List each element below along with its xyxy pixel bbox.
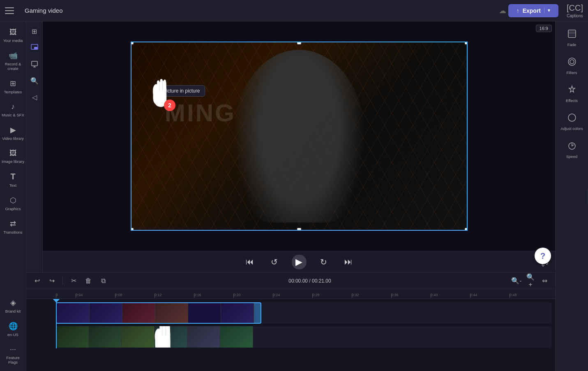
resize-handle-tr[interactable] <box>465 42 468 44</box>
brand-kit-icon: ◈ <box>10 298 16 307</box>
topbar: Gaming video ☁ ↑ Export ▾ [CC] Captions <box>0 0 588 21</box>
sidebar-item-brand-kit[interactable]: ◈ Brand kit <box>0 295 26 317</box>
sidebar-item-en-us[interactable]: 🌐 en-US <box>0 318 26 340</box>
timeline-ruler: 0 0:04 0:08 0:12 <box>26 289 555 299</box>
feature-flags-icon: ··· <box>10 345 16 354</box>
center-area: ⊞ 🔍 ◁ <box>26 21 555 371</box>
sidebar-item-text[interactable]: T Text <box>0 169 26 191</box>
sidebar-item-label-video-library: Video library <box>2 136 24 141</box>
right-item-filters[interactable]: Filters <box>556 53 588 79</box>
zoom-tool[interactable]: 🔍 <box>28 74 41 87</box>
filters-icon <box>567 57 577 69</box>
clip-thumb-2-2 <box>89 326 122 348</box>
right-item-fade[interactable]: Fade <box>556 25 588 51</box>
resize-handle-bl[interactable] <box>131 228 134 231</box>
pip-tool[interactable] <box>28 41 41 54</box>
resize-handle-bm[interactable] <box>297 228 301 231</box>
redo-button[interactable]: ↪ <box>46 275 58 287</box>
help-chevron-icon[interactable]: ⌄ <box>535 260 551 268</box>
video-frame[interactable]: MING <box>131 42 468 231</box>
sidebar-item-image-library[interactable]: 🖼 Image library <box>0 146 26 167</box>
toolbar-divider-1 <box>62 277 63 285</box>
export-button[interactable]: ↑ Export ▾ <box>508 4 558 17</box>
clip-thumb-2-5 <box>187 326 220 348</box>
record-create-icon: 📹 <box>9 51 18 60</box>
time-separator: / <box>309 278 312 284</box>
graphics-icon: ⬡ <box>10 196 16 205</box>
play-button[interactable]: ▶ <box>292 255 307 269</box>
clip-thumb-1-4 <box>155 303 188 323</box>
fit-timeline-button[interactable]: ⇔ <box>539 275 550 287</box>
right-item-speed[interactable]: Speed <box>556 137 588 163</box>
effects-label: Effects <box>566 98 578 103</box>
figure-silhouette <box>233 50 365 223</box>
sidebar-item-graphics[interactable]: ⬡ Graphics <box>0 192 26 214</box>
sidebar-item-label-music-sfx: Music & SFX <box>2 113 24 117</box>
left-sidebar: 🖼 Your media 📹 Record & create ⊞ Templat… <box>0 21 26 371</box>
fast-forward-button[interactable]: ↻ <box>316 255 331 269</box>
transitions-icon: ⇄ <box>10 219 16 228</box>
crop-tool[interactable]: ⊞ <box>28 25 41 38</box>
pip-tooltip: Picture in picture <box>158 85 205 97</box>
video-clip-1[interactable] <box>56 302 261 324</box>
skip-start-button[interactable]: ⏮ <box>242 255 257 269</box>
sidebar-item-label-record-create: Record & create <box>2 62 24 71</box>
your-media-icon: 🖼 <box>9 28 17 37</box>
captions-button[interactable]: [CC] Captions <box>567 3 583 18</box>
zoom-out-button[interactable]: 🔍- <box>511 275 522 287</box>
right-item-adjust-colors[interactable]: Adjust colors <box>556 109 588 135</box>
export-chevron-icon[interactable]: ▾ <box>544 8 550 13</box>
flag-tool[interactable]: ◁ <box>28 90 41 104</box>
sidebar-item-your-media[interactable]: 🖼 Your media <box>0 25 26 46</box>
rewind-button[interactable]: ↺ <box>267 255 282 269</box>
image-library-icon: 🖼 <box>9 149 17 158</box>
main-area: 🖼 Your media 📹 Record & create ⊞ Templat… <box>0 21 588 371</box>
screen-tool[interactable] <box>28 58 41 71</box>
sidebar-item-video-library[interactable]: ▶ Video library <box>0 122 26 144</box>
clip-thumb-2-4 <box>154 326 187 348</box>
tool-strip: ⊞ 🔍 ◁ <box>26 21 43 272</box>
clip-thumb-2-1 <box>56 326 89 348</box>
right-item-effects[interactable]: Effects <box>556 81 588 107</box>
video-preview: 16:9 <box>43 21 555 251</box>
video-subject <box>131 42 467 230</box>
sidebar-item-label-image-library: Image library <box>2 159 24 164</box>
aspect-ratio-badge: 16:9 <box>536 25 552 32</box>
right-sidebar-wrapper: ‹ Fade <box>555 21 588 371</box>
track-row-2: 1 <box>30 326 552 348</box>
sidebar-item-music-sfx[interactable]: ♪ Music & SFX <box>0 99 26 121</box>
duplicate-button[interactable]: ⧉ <box>97 275 109 287</box>
video-background: MING <box>131 42 467 230</box>
resize-handle-br[interactable] <box>465 228 468 231</box>
resize-handle-tl[interactable] <box>131 42 134 44</box>
sidebar-item-transitions[interactable]: ⇄ Transitions <box>0 216 26 238</box>
timeline-area: ↩ ↪ ✂ 🗑 ⧉ 00:00.00 / 00:21.00 🔍- 🔍+ ⇔ <box>26 272 555 371</box>
sidebar-item-record-create[interactable]: 📹 Record & create <box>0 48 26 74</box>
right-sidebar: Fade Filters Effects <box>555 21 588 371</box>
svg-point-8 <box>570 60 574 64</box>
sidebar-item-feature-flags[interactable]: ··· Feature Flags <box>0 342 26 368</box>
svg-point-7 <box>568 58 576 65</box>
playback-time: 00:00.00 / 00:21.00 <box>112 278 507 284</box>
sidebar-item-templates[interactable]: ⊞ Templates <box>0 76 26 97</box>
resize-handle-tm[interactable] <box>297 42 301 44</box>
cut-button[interactable]: ✂ <box>68 275 79 287</box>
captions-icon: [CC] <box>567 3 583 13</box>
export-label: Export <box>523 7 541 14</box>
en-us-icon: 🌐 <box>9 322 18 331</box>
music-sfx-icon: ♪ <box>11 102 15 111</box>
menu-icon[interactable] <box>5 4 18 17</box>
sidebar-item-label-templates: Templates <box>4 90 22 94</box>
undo-button[interactable]: ↩ <box>31 275 43 287</box>
adjust-colors-icon <box>567 113 577 125</box>
fade-icon <box>567 29 577 41</box>
delete-button[interactable]: 🗑 <box>83 275 94 287</box>
sidebar-item-label-transitions: Transitions <box>3 230 22 234</box>
zoom-in-button[interactable]: 🔍+ <box>525 275 536 287</box>
track-1-content[interactable] <box>56 302 552 324</box>
track-2-content[interactable]: 1 <box>56 326 552 348</box>
video-clip-2[interactable] <box>56 326 261 348</box>
playhead[interactable] <box>56 299 57 348</box>
clip-thumb-2-3 <box>122 326 154 348</box>
skip-end-button[interactable]: ⏭ <box>341 255 356 269</box>
